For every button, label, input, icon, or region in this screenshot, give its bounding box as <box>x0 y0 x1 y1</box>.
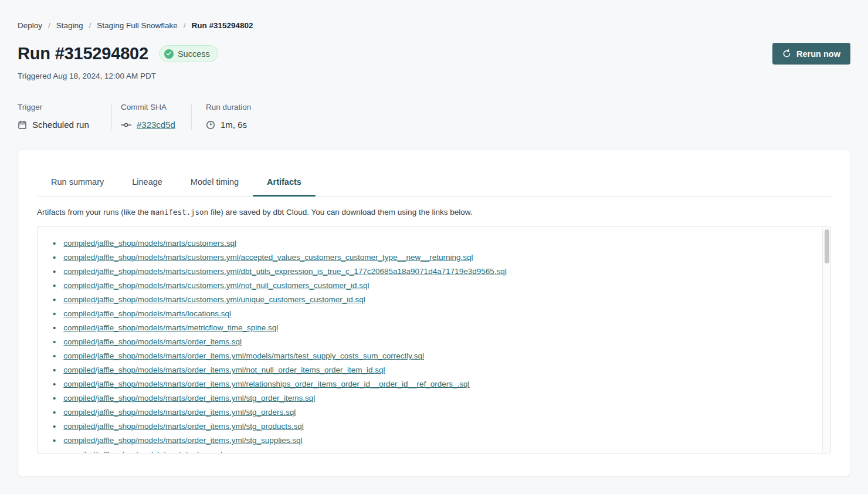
artifact-link-item: compiled/jaffle_shop/models/marts/custom… <box>53 251 807 265</box>
tab-run-summary[interactable]: Run summary <box>37 177 118 196</box>
clock-icon <box>206 120 215 130</box>
artifact-link[interactable]: compiled/jaffle_shop/models/marts/order_… <box>63 391 315 405</box>
artifact-link[interactable]: compiled/jaffle_shop/models/marts/order_… <box>63 377 469 391</box>
commit-sha-link[interactable]: #323cd5d <box>137 120 175 130</box>
tab-artifacts[interactable]: Artifacts <box>253 177 316 196</box>
artifact-link[interactable]: compiled/jaffle_shop/models/marts/order_… <box>63 405 296 419</box>
artifacts-description-text: Artifacts from your runs (like the <box>37 208 151 216</box>
breadcrumb-item[interactable]: Staging Full Snowflake <box>97 21 177 30</box>
breadcrumb-separator: / <box>48 21 50 30</box>
rerun-button-label: Rerun now <box>796 49 840 59</box>
run-detail-page: Deploy/Staging/Staging Full Snowflake/Ru… <box>0 0 868 494</box>
commit-sha-label: Commit SHA <box>121 103 191 111</box>
artifact-link-item: compiled/jaffle_shop/models/marts/metric… <box>53 321 807 335</box>
breadcrumb-separator: / <box>184 21 186 30</box>
meta-commit: Commit SHA #323cd5d <box>112 103 191 130</box>
artifact-link-item: compiled/jaffle_shop/models/marts/order_… <box>53 391 807 405</box>
run-duration-label: Run duration <box>206 103 251 111</box>
trigger-label: Trigger <box>18 103 111 111</box>
artifact-list-container: compiled/jaffle_shop/models/marts/custom… <box>37 226 831 454</box>
artifact-link[interactable]: compiled/jaffle_shop/models/marts/custom… <box>63 293 365 307</box>
meta-duration: Run duration 1m, 6s <box>192 103 251 130</box>
tab-lineage[interactable]: Lineage <box>118 177 177 196</box>
run-detail-card: Run summaryLineageModel timingArtifacts … <box>18 150 850 476</box>
rerun-icon <box>782 49 791 58</box>
trigger-value: Scheduled run <box>32 120 89 130</box>
artifact-link[interactable]: compiled/jaffle_shop/models/marts/orders… <box>63 448 222 454</box>
tab-bar: Run summaryLineageModel timingArtifacts <box>37 150 831 197</box>
artifact-list: compiled/jaffle_shop/models/marts/custom… <box>38 227 830 454</box>
artifacts-description-text: file) are saved by dbt Cloud. You can do… <box>208 208 472 216</box>
rerun-now-button[interactable]: Rerun now <box>772 43 850 65</box>
breadcrumb-item[interactable]: Deploy <box>18 21 42 30</box>
status-badge: Success <box>159 45 218 62</box>
scrollbar-thumb[interactable] <box>825 229 829 263</box>
artifact-link[interactable]: compiled/jaffle_shop/models/marts/locati… <box>63 307 231 321</box>
manifest-filename: manifest.json <box>151 208 208 216</box>
meta-trigger: Trigger Scheduled run <box>18 103 111 130</box>
artifact-link-item: compiled/jaffle_shop/models/marts/orders… <box>53 448 807 454</box>
artifact-link-item: compiled/jaffle_shop/models/marts/custom… <box>53 293 807 307</box>
artifact-link[interactable]: compiled/jaffle_shop/models/marts/order_… <box>63 363 385 377</box>
artifact-link-item: compiled/jaffle_shop/models/marts/order_… <box>53 405 807 419</box>
run-meta-row: Trigger Scheduled run Commit SHA #323cd5… <box>18 103 850 130</box>
artifact-link[interactable]: compiled/jaffle_shop/models/marts/custom… <box>63 279 369 293</box>
page-title: Run #315294802 <box>18 44 148 63</box>
success-check-icon <box>164 49 174 59</box>
artifact-link-item: compiled/jaffle_shop/models/marts/order_… <box>53 434 807 448</box>
artifact-link-item: compiled/jaffle_shop/models/marts/custom… <box>53 236 807 251</box>
artifact-link[interactable]: compiled/jaffle_shop/models/marts/custom… <box>63 236 236 251</box>
artifact-link-item: compiled/jaffle_shop/models/marts/order_… <box>53 377 807 391</box>
breadcrumb-item[interactable]: Staging <box>56 21 83 30</box>
scrollbar-track[interactable] <box>822 227 830 453</box>
artifact-link-item: compiled/jaffle_shop/models/marts/order_… <box>53 363 807 377</box>
artifact-link-item: compiled/jaffle_shop/models/marts/order_… <box>53 349 807 363</box>
artifacts-description: Artifacts from your runs (like the manif… <box>37 208 831 216</box>
triggered-timestamp: Triggered Aug 18, 2024, 12:00 AM PDT <box>18 72 850 80</box>
artifact-link[interactable]: compiled/jaffle_shop/models/marts/custom… <box>63 265 507 279</box>
commit-icon <box>121 121 131 128</box>
tab-model-timing[interactable]: Model timing <box>177 177 253 196</box>
artifact-link[interactable]: compiled/jaffle_shop/models/marts/order_… <box>63 434 302 448</box>
run-duration-value: 1m, 6s <box>221 120 247 130</box>
breadcrumb-separator: / <box>89 21 91 30</box>
artifact-link-item: compiled/jaffle_shop/models/marts/custom… <box>53 279 807 293</box>
breadcrumb: Deploy/Staging/Staging Full Snowflake/Ru… <box>18 0 850 30</box>
status-badge-label: Success <box>178 49 210 59</box>
artifact-link-item: compiled/jaffle_shop/models/marts/order_… <box>53 419 807 434</box>
artifact-link[interactable]: compiled/jaffle_shop/models/marts/order_… <box>63 419 303 434</box>
breadcrumb-item: Run #315294802 <box>191 21 253 30</box>
title-row: Run #315294802 Success Rerun now <box>18 43 850 65</box>
artifact-link[interactable]: compiled/jaffle_shop/models/marts/custom… <box>63 251 473 265</box>
artifact-link-item: compiled/jaffle_shop/models/marts/order_… <box>53 335 807 349</box>
calendar-icon <box>18 120 27 130</box>
artifact-link-item: compiled/jaffle_shop/models/marts/locati… <box>53 307 807 321</box>
artifact-link[interactable]: compiled/jaffle_shop/models/marts/metric… <box>63 321 278 335</box>
artifact-link-item: compiled/jaffle_shop/models/marts/custom… <box>53 265 807 279</box>
artifact-link[interactable]: compiled/jaffle_shop/models/marts/order_… <box>63 335 242 349</box>
artifact-link[interactable]: compiled/jaffle_shop/models/marts/order_… <box>63 349 424 363</box>
